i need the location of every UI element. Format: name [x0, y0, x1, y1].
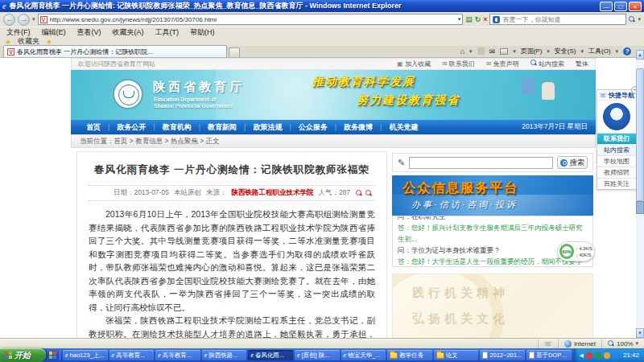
minimize-button[interactable]: — — [600, 2, 613, 11]
back-button[interactable]: ← — [3, 14, 15, 26]
mail-icon: ✉ — [442, 60, 448, 68]
compatibility-view-icon[interactable]: ▤ — [465, 14, 473, 24]
main-nav: 首页| 政务公开| 教育机构| 教育新闻| 政策法规| 公众服务| 政务微博| … — [71, 120, 596, 134]
tray-clock[interactable]: 21:42 — [623, 352, 639, 359]
page-menu[interactable]: 页面(P) — [521, 47, 543, 56]
link-disclaimer[interactable]: ✉ 免责声明 — [486, 60, 519, 68]
title-bar[interactable]: e 春风化雨育桃李 一片丹心测绘情: 记陕铁职院教师张福荣_热点聚焦_教育信息_… — [0, 0, 644, 12]
tray-icon-green[interactable] — [595, 352, 601, 359]
breadcrumb-text[interactable]: 当前位置：首页 > 教育信息 > 热点聚焦 > 正文 — [80, 137, 220, 146]
nav-edu-orgs[interactable]: 教育机构 — [155, 122, 199, 133]
task-button[interactable]: 教学任务 — [387, 350, 432, 360]
nav-policies[interactable]: 政策法规 — [246, 122, 289, 133]
ie-icon: e — [297, 352, 300, 359]
nav-public-service[interactable]: 公众服务 — [291, 122, 335, 133]
tools-dropdown-icon[interactable]: ▾ — [616, 48, 619, 55]
task-button[interactable]: 2012~201... — [480, 350, 525, 360]
tab-title: 春风化雨育桃李 一片丹心测绘情：记陕铁职院... — [17, 47, 223, 56]
start-button[interactable]: 开始 — [0, 348, 46, 362]
menu-view[interactable]: 查看(V) — [77, 27, 101, 38]
scrollbar-thumb[interactable] — [636, 68, 644, 201]
add-favorite-icon[interactable]: ★ — [46, 38, 52, 46]
link-add-favorite[interactable]: ▣ 加入收藏 — [397, 60, 431, 68]
banner-student-female — [542, 81, 555, 100]
qa-answer[interactable]: 答：您好！振兴计划支教学生服务期满后三年内报考硕士研究生初... — [398, 222, 588, 245]
platform-title: 公众信息服务平台 — [402, 179, 518, 197]
quicknav-contact[interactable]: 联系我们 — [597, 133, 636, 144]
search-options-icon[interactable]: ▾ — [638, 16, 641, 23]
scroll-up-icon[interactable]: ▲ — [636, 50, 644, 60]
url-dropdown-icon[interactable]: ▾ — [458, 16, 461, 23]
nav-edu-news[interactable]: 教育新闻 — [200, 122, 244, 133]
task-button[interactable]: e高等教育... — [109, 350, 155, 360]
task-button[interactable]: e物宝天华_... — [341, 350, 386, 360]
help-button[interactable]: ? — [623, 47, 631, 56]
safety-menu[interactable]: 安全(S) — [555, 47, 576, 56]
public-info-platform-banner[interactable]: 公众信息服务平台 办事·信访·咨询·投诉 — [392, 175, 593, 216]
tray-icon-blue[interactable] — [613, 352, 619, 359]
sidebar-search-input[interactable] — [409, 157, 553, 169]
print-icon[interactable] — [500, 48, 508, 55]
restore-button[interactable]: □ — [614, 2, 627, 11]
scroll-down-icon[interactable]: ▼ — [636, 328, 644, 338]
task-button[interactable]: 基于DOP值... — [526, 350, 572, 360]
favorites-star-icon[interactable]: ★ — [5, 38, 11, 46]
close-button[interactable]: × — [629, 2, 642, 11]
tab-active[interactable]: V 春风化雨育桃李 一片丹心测绘情：记陕铁职院... — [3, 45, 227, 57]
read-mail-icon[interactable]: ✉ — [489, 47, 496, 56]
tray-icon-orange[interactable] — [604, 352, 610, 359]
refresh-button[interactable]: ↻ — [475, 14, 481, 24]
url-field-box: V ▾ — [38, 14, 464, 25]
forward-button[interactable]: → — [18, 14, 30, 26]
scrollbar-marker[interactable] — [636, 201, 644, 214]
nav-weibo[interactable]: 政务微博 — [336, 122, 380, 133]
link-traditional[interactable]: 繁体 — [576, 60, 588, 68]
vertical-scrollbar[interactable]: ▲ ▼ — [636, 50, 644, 338]
new-tab-button[interactable] — [229, 47, 240, 57]
search-go-icon[interactable] — [629, 16, 635, 23]
quicknav-teacher-recruit[interactable]: 教师招聘 — [597, 167, 636, 178]
task-button[interactable]: e高等教育... — [155, 350, 200, 360]
speed-widget[interactable]: 60% ↑ 4.3K/S ↓ 40K/S — [557, 241, 595, 261]
task-button[interactable]: 论文 — [434, 350, 479, 360]
web-search-input[interactable] — [502, 16, 623, 23]
task-button-active[interactable]: e春风化雨... — [248, 350, 293, 360]
menu-favorites[interactable]: 收藏夹(A) — [113, 27, 144, 38]
tools-menu[interactable]: 工具(O) — [588, 47, 611, 56]
page-dropdown-icon[interactable]: ▾ — [547, 48, 550, 55]
quicknav-site-search[interactable]: 站内搜索 — [597, 144, 636, 155]
menu-tools[interactable]: 工具(T) — [155, 27, 180, 38]
task-button[interactable]: ehao123_上... — [63, 350, 108, 360]
home-dropdown-icon[interactable]: ▾ — [469, 48, 473, 55]
menu-edit[interactable]: 编辑(E) — [42, 27, 66, 38]
sidebar-search-button[interactable]: 搜索 — [557, 156, 588, 169]
quicknav-public-concern[interactable]: 百姓关注 — [597, 178, 636, 189]
safety-dropdown-icon[interactable]: ▾ — [581, 48, 584, 55]
article-source[interactable]: 陕西铁路工程职业技术学院 — [231, 188, 313, 198]
nav-home[interactable]: 首页 — [79, 122, 108, 133]
task-button[interactable]: e[原创] 陕... — [295, 350, 340, 360]
quick-launch-icon[interactable] — [49, 352, 56, 359]
qa-question[interactable]: 问：在职研究生 — [398, 216, 588, 222]
zoom-dropdown-icon[interactable]: ▾ — [635, 340, 638, 347]
link-contact-us[interactable]: ✉ 联系我们 — [442, 60, 475, 68]
font-zoom-out-icon[interactable] — [365, 190, 372, 196]
print-dropdown-icon[interactable]: ▾ — [513, 48, 516, 55]
tray-icon-red[interactable] — [586, 352, 592, 359]
task-button[interactable]: e陕西铁路... — [202, 350, 247, 360]
font-zoom-in-icon[interactable] — [356, 190, 362, 196]
quicknav-school-map[interactable]: 学校地图 — [597, 155, 636, 167]
feeds-icon[interactable] — [477, 47, 485, 55]
menu-help[interactable]: 帮助(H) — [190, 27, 215, 38]
tray-expand-icon[interactable]: ◀ — [580, 352, 584, 359]
url-input[interactable] — [50, 15, 456, 24]
history-dropdown-icon[interactable]: ▾ — [32, 16, 35, 23]
nav-gov-open[interactable]: 政务公开 — [109, 122, 153, 133]
stop-button[interactable]: × — [483, 14, 487, 24]
folder-icon — [390, 352, 398, 359]
home-button[interactable]: ⌂ — [460, 47, 464, 56]
nav-party[interactable]: 机关党建 — [382, 122, 425, 133]
speed-rates: ↑ 4.3K/S ↓ 40K/S — [576, 245, 592, 258]
zoom-control[interactable]: 100% ▾ — [601, 339, 644, 348]
link-site-search[interactable]: 站内搜索 — [530, 60, 564, 68]
